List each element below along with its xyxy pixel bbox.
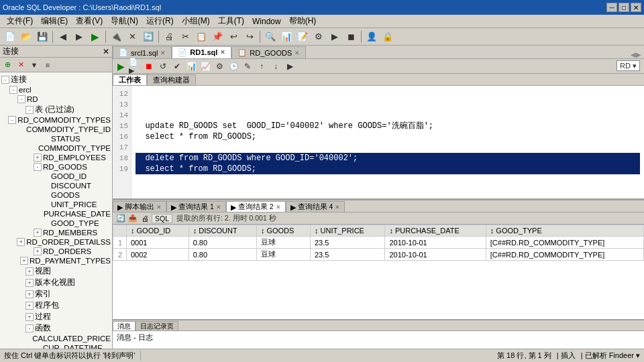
tree-toggle[interactable] xyxy=(29,144,37,152)
msg-tab-log[interactable]: 日志记录页 xyxy=(136,321,178,330)
tree-item[interactable]: -函数 xyxy=(0,322,112,334)
left-menu-btn[interactable]: ≡ xyxy=(42,60,54,70)
tree-toggle[interactable]: + xyxy=(25,267,34,276)
tree-toggle[interactable]: - xyxy=(1,76,9,84)
connection-label[interactable]: RD ▾ xyxy=(616,62,643,70)
tree-item[interactable]: +RD_MEMBERS xyxy=(0,228,112,237)
toolbar-redo[interactable]: ↪ xyxy=(242,30,257,44)
result-tab-query4[interactable]: ▶ 查询结果 4 ✕ xyxy=(286,201,345,212)
tree-item[interactable]: -ercl xyxy=(0,85,112,95)
toolbar-person[interactable]: 👤 xyxy=(364,30,379,44)
toolbar-disconnect[interactable]: ✕ xyxy=(125,30,140,44)
tree-item[interactable]: -RD_COMMODITY_TYPES xyxy=(0,115,112,125)
tree-toggle[interactable] xyxy=(42,219,50,227)
code-line[interactable]: delete from RD_GOODS where GOOD_ID='0400… xyxy=(136,153,640,164)
tree-toggle[interactable]: - xyxy=(25,106,34,114)
col-discount[interactable]: ↕ DISCOUNT xyxy=(189,225,256,237)
menu-edit[interactable]: 编辑(E) xyxy=(37,15,72,27)
tab-srcl1[interactable]: 📄 srcl1.sql ✕ xyxy=(113,46,172,58)
toolbar-run-green[interactable]: ▶ xyxy=(88,30,103,44)
tree-item[interactable]: GOOD_TYPE xyxy=(0,219,112,228)
col-good-id[interactable]: ↕ GOOD_ID xyxy=(127,225,189,237)
col-purchase-date[interactable]: ↕ PURCHASE_DATE xyxy=(385,225,486,237)
left-remove-btn[interactable]: ✕ xyxy=(15,60,27,70)
tree-toggle[interactable] xyxy=(42,172,50,180)
toolbar-more4[interactable]: ▶ xyxy=(327,30,342,44)
toolbar-cut[interactable]: ✂ xyxy=(178,30,193,44)
tab-srcl1-close[interactable]: ✕ xyxy=(160,50,166,56)
tree-toggle[interactable]: - xyxy=(34,163,42,171)
tab-rd1[interactable]: 📄 RD1.sql ✕ xyxy=(172,46,231,58)
toolbar-undo[interactable]: ↩ xyxy=(226,30,241,44)
tree-item[interactable]: +过程 xyxy=(0,311,112,322)
tree-toggle[interactable]: + xyxy=(34,247,42,255)
tab-rd-goods-close[interactable]: ✕ xyxy=(294,50,300,56)
menu-view[interactable]: 查看(V) xyxy=(72,15,107,27)
inner-tab-worksheet[interactable]: 工作表 xyxy=(113,74,147,85)
result-tab-script[interactable]: ▶ 脚本输出 ✕ xyxy=(113,201,166,212)
result-tab-query1[interactable]: ▶ 查询结果 1 ✕ xyxy=(166,201,226,212)
query4-close[interactable]: ✕ xyxy=(335,204,340,210)
result-print-btn[interactable]: 🖨 xyxy=(140,214,150,223)
tree-toggle[interactable]: - xyxy=(8,116,16,124)
toolbar-copy[interactable]: 📋 xyxy=(194,30,209,44)
stop-button[interactable]: ⏹ xyxy=(142,60,156,72)
code-line[interactable] xyxy=(136,110,640,121)
menu-run[interactable]: 运行(R) xyxy=(142,15,178,27)
tree-item[interactable]: -连接 xyxy=(0,74,112,85)
tab-rd1-close[interactable]: ✕ xyxy=(220,49,225,56)
result-refresh-btn[interactable]: 🔄 xyxy=(115,214,126,223)
menu-team[interactable]: 小组(M) xyxy=(178,15,214,27)
menu-window[interactable]: Window xyxy=(248,16,285,27)
tree-toggle[interactable]: + xyxy=(25,279,34,287)
explain-button[interactable]: 📊 xyxy=(184,60,198,72)
code-line[interactable] xyxy=(136,88,640,99)
tree-item[interactable]: GOOD_ID xyxy=(0,172,112,181)
toolbar-forward[interactable]: ▶ xyxy=(72,30,87,44)
tree-item[interactable]: COMMODITY_TYPE_ID xyxy=(0,125,112,134)
tab-rd-goods[interactable]: 📋 RD_GOODS ✕ xyxy=(231,46,306,58)
toolbar-lock[interactable]: 🔒 xyxy=(380,30,395,44)
inner-tab-querybuilder[interactable]: 查询构建器 xyxy=(147,74,196,85)
tree-item[interactable]: STATUS xyxy=(0,134,112,143)
tree-item[interactable]: +索引 xyxy=(0,288,112,300)
query2-close[interactable]: ✕ xyxy=(276,204,281,210)
tree-toggle[interactable]: + xyxy=(25,290,34,298)
code-content[interactable]: update RD_GOODS set GOOD_ID='040002' whe… xyxy=(131,86,644,198)
menu-tools[interactable]: 工具(T) xyxy=(214,15,248,27)
tree-toggle[interactable]: + xyxy=(25,302,34,310)
left-filter-btn[interactable]: ▼ xyxy=(28,60,40,70)
menu-file[interactable]: 文件(F) xyxy=(3,15,37,27)
col-good-type[interactable]: ↕ GOOD_TYPE xyxy=(486,225,643,237)
script-tab-close[interactable]: ✕ xyxy=(156,204,162,210)
toolbar-open[interactable]: 📂 xyxy=(19,30,34,44)
tree-item[interactable]: CUR_DATETIME xyxy=(0,343,112,349)
tree-toggle[interactable]: - xyxy=(9,86,17,94)
toolbar-print[interactable]: 🖨 xyxy=(162,30,176,44)
extra-btn1[interactable]: ▶ xyxy=(283,60,297,72)
tree-toggle[interactable]: + xyxy=(20,257,28,265)
format-button[interactable]: ✎ xyxy=(241,60,254,72)
toolbar-more3[interactable]: ⚙ xyxy=(311,30,326,44)
code-editor[interactable]: 1213141516171819 update RD_GOODS set GOO… xyxy=(113,86,644,198)
tree-item[interactable]: +程序包 xyxy=(0,300,112,311)
toolbar-search[interactable]: 🔍 xyxy=(263,30,278,44)
tree-toggle[interactable] xyxy=(34,344,42,349)
tree-item[interactable]: -表 (已过滤) xyxy=(0,104,112,115)
upper-button[interactable]: ↑ xyxy=(255,60,268,72)
result-table[interactable]: ↕ GOOD_ID ↕ DISCOUNT ↕ GOODS ↕ UNIT_PRIC… xyxy=(113,225,644,319)
tree-toggle[interactable]: + xyxy=(25,313,34,321)
code-line[interactable]: select * from RD_GOODS; xyxy=(136,131,640,142)
tree-toggle[interactable]: - xyxy=(17,95,25,103)
close-button[interactable]: ✕ xyxy=(631,3,641,12)
tree-item[interactable]: PURCHASE_DATE xyxy=(0,209,112,219)
query1-close[interactable]: ✕ xyxy=(216,204,221,210)
tree-item[interactable]: +RD_PAYMENT_TYPES xyxy=(0,256,112,265)
tree-toggle[interactable] xyxy=(34,210,42,218)
tree-toggle[interactable] xyxy=(42,135,50,143)
tree-toggle[interactable]: + xyxy=(17,238,25,246)
tree-toggle[interactable] xyxy=(23,335,31,343)
run-script-button[interactable]: 📄▶ xyxy=(128,60,142,72)
result-export-btn[interactable]: 📤 xyxy=(127,214,138,223)
tree-item[interactable]: +RD_ORDERS xyxy=(0,247,112,256)
